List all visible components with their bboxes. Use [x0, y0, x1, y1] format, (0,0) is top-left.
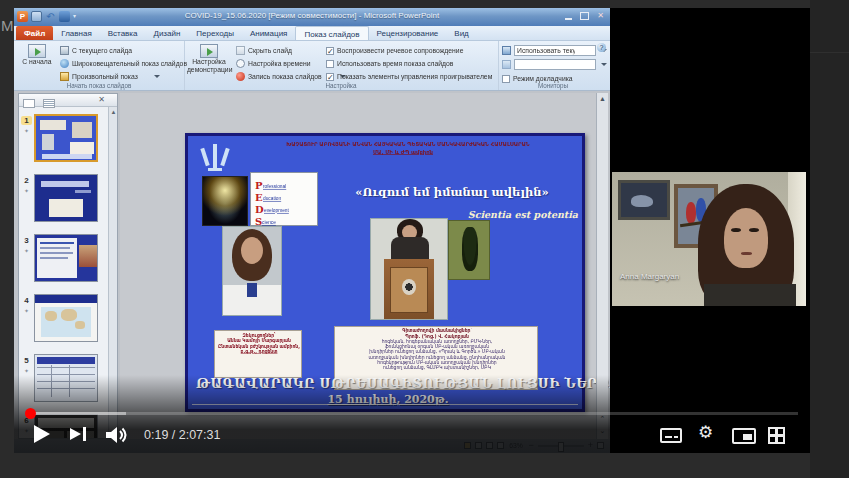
transition-indicator-icon: ✦ — [21, 367, 32, 374]
status-bar: 63% − + — [14, 439, 610, 453]
progress-bar-buffered — [26, 412, 126, 415]
scroll-up-icon[interactable]: ▲ — [597, 93, 608, 105]
page-background — [810, 0, 849, 478]
tab-transitions[interactable]: Переходы — [188, 26, 242, 40]
slide-thumbnail-2[interactable]: 2 ✦ — [21, 174, 107, 226]
wall-painting-swan — [618, 180, 670, 220]
slide-quote: «Ուզում եմ իմանալ ավելին» — [322, 185, 582, 199]
slideshow-view-icon[interactable] — [497, 442, 504, 449]
zoom-out-icon[interactable]: − — [528, 442, 533, 449]
title-bar[interactable]: P ↶ ▾ COVID-19_15.06.2020 [Режим совмест… — [14, 8, 610, 26]
transition-indicator-icon: ✦ — [21, 247, 32, 254]
checkbox-icon — [502, 75, 510, 83]
normal-view-icon[interactable] — [464, 442, 471, 449]
main-scrollbar[interactable]: ▲ ⌃ ⌄ — [596, 93, 608, 439]
panel-scrollbar[interactable]: ▲ — [108, 107, 117, 439]
window-title: COVID-19_15.06.2020 [Режим совместимости… — [14, 11, 610, 20]
slide-thumbnail-4[interactable]: 4 ✦ — [21, 294, 107, 346]
next-slide-icon[interactable]: ⌄ — [597, 427, 608, 435]
university-logo — [196, 140, 234, 174]
fit-to-window-icon[interactable] — [597, 442, 604, 449]
slides-panel: ✕ ▲ 1 ✦ 2 — [18, 93, 118, 439]
video-player[interactable]: P ↶ ▾ COVID-19_15.06.2020 [Режим совмест… — [14, 8, 810, 453]
window-controls: ✕ — [565, 12, 604, 20]
play-narrations-checkbox[interactable]: ✓ Воспроизвести речевое сопровождение — [326, 44, 486, 57]
slide-thumbnail-3[interactable]: 3 ✦ — [21, 234, 107, 286]
play-button[interactable] — [34, 425, 50, 443]
from-current-slide-button[interactable]: С текущего слайда — [60, 44, 143, 57]
slide-divider-line — [192, 404, 578, 405]
scroll-up-icon[interactable]: ▲ — [109, 107, 118, 117]
progress-bar-track[interactable] — [26, 412, 798, 415]
powerpoint-window: P ↶ ▾ COVID-19_15.06.2020 [Режим совмест… — [14, 8, 610, 453]
show-media-controls-checkbox[interactable]: ✓ Показать элементы управления проигрыва… — [326, 70, 520, 83]
maximize-icon[interactable] — [580, 12, 589, 20]
speakers-text-box: Զեկուցողներ՝ Աննա Կամոյի Մարգարյան Ընտան… — [214, 330, 302, 378]
zoom-slider-handle[interactable] — [558, 442, 564, 452]
tab-home[interactable]: Главная — [53, 26, 99, 40]
close-pane-icon[interactable]: ✕ — [98, 95, 105, 104]
outline-tab-icon[interactable] — [43, 99, 55, 108]
transition-indicator-icon: ✦ — [21, 307, 32, 314]
use-timings-checkbox[interactable]: Использовать время показа слайдов — [326, 57, 474, 70]
slide-thumbnail-1[interactable]: 1 ✦ — [21, 114, 107, 166]
slide-thumbnail-preview — [34, 114, 98, 162]
artwork-image — [448, 220, 490, 280]
checkbox-icon: ✓ — [326, 73, 334, 81]
ribbon-group-start: С начала С текущего слайда Широковещател… — [14, 41, 185, 90]
tab-review[interactable]: Рецензирование — [369, 26, 447, 40]
volume-button[interactable] — [106, 426, 130, 448]
slide-sorter-view-icon[interactable] — [475, 442, 482, 449]
custom-slideshow-button[interactable]: Произвольный показ — [60, 70, 160, 83]
speaker-photo — [222, 226, 282, 316]
tab-design[interactable]: Дизайн — [145, 26, 188, 40]
tab-animations[interactable]: Анимация — [242, 26, 296, 40]
podium-photo — [370, 218, 448, 320]
reading-view-icon[interactable] — [486, 442, 493, 449]
presenter-face — [724, 208, 768, 268]
jellyfish-lamp-image — [202, 176, 248, 226]
settings-gear-icon[interactable]: ⚙ — [698, 422, 713, 443]
slide-thumbnail-5[interactable]: 5 ✦ — [21, 354, 107, 406]
slide-thumbnail-preview — [34, 354, 98, 402]
broadcast-icon — [60, 59, 69, 68]
custom-show-icon — [60, 72, 69, 81]
group-label: Настройка — [200, 82, 483, 88]
minimize-icon[interactable] — [565, 18, 572, 20]
rehearse-timings-icon — [236, 59, 245, 68]
from-beginning-button[interactable]: С начала — [15, 43, 59, 81]
ribbon: С начала С текущего слайда Широковещател… — [14, 41, 610, 91]
next-video-icon — [83, 427, 86, 441]
resolution-icon — [502, 60, 511, 69]
setup-slideshow-button[interactable]: Настройка демонстрации — [187, 43, 231, 81]
zoom-in-icon[interactable]: + — [588, 442, 593, 449]
close-icon[interactable]: ✕ — [597, 12, 604, 20]
panel-header: ✕ — [19, 94, 117, 107]
time-display: 0:19 / 2:07:31 — [144, 428, 220, 442]
miniplayer-button[interactable] — [732, 428, 756, 444]
record-slideshow-icon — [236, 72, 245, 81]
help-icon[interactable]: ? — [597, 43, 606, 52]
resolution-dropdown[interactable] — [502, 58, 607, 71]
transition-indicator-icon: ✦ — [21, 187, 32, 194]
rehearse-timings-button[interactable]: Настройка времени — [236, 57, 322, 70]
progress-scrubber[interactable] — [25, 408, 36, 419]
tab-view[interactable]: Вид — [446, 26, 476, 40]
tab-slideshow[interactable]: Показ слайдов — [295, 26, 368, 40]
fullscreen-button[interactable] — [768, 427, 785, 444]
show-on-monitor-dropdown[interactable]: Использовать текущ… — [502, 44, 607, 57]
slide-canvas[interactable]: ԽԱՉԱՏՈՒՐ ԱԲՈՎՅԱՆԻ ԱՆՎԱՆ ՀԱՅԿԱԿԱՆ ՊԵՏԱԿԱՆ… — [185, 133, 585, 412]
group-label: Мониторы — [504, 82, 603, 88]
slide-thumbnail-preview — [34, 294, 98, 342]
tab-insert[interactable]: Вставка — [100, 26, 146, 40]
slide-thumbnail-preview — [34, 234, 98, 282]
slides-tab-icon[interactable] — [23, 99, 35, 108]
checkbox-icon — [326, 60, 334, 68]
zoom-slider[interactable] — [538, 445, 584, 447]
tab-file[interactable]: Файл — [16, 26, 53, 40]
hide-slide-button[interactable]: Скрыть слайд — [236, 44, 300, 57]
previous-slide-icon[interactable]: ⌃ — [597, 415, 608, 423]
captions-button[interactable] — [660, 428, 682, 443]
next-video-button[interactable] — [70, 428, 81, 440]
transition-indicator-icon: ✦ — [21, 127, 32, 134]
